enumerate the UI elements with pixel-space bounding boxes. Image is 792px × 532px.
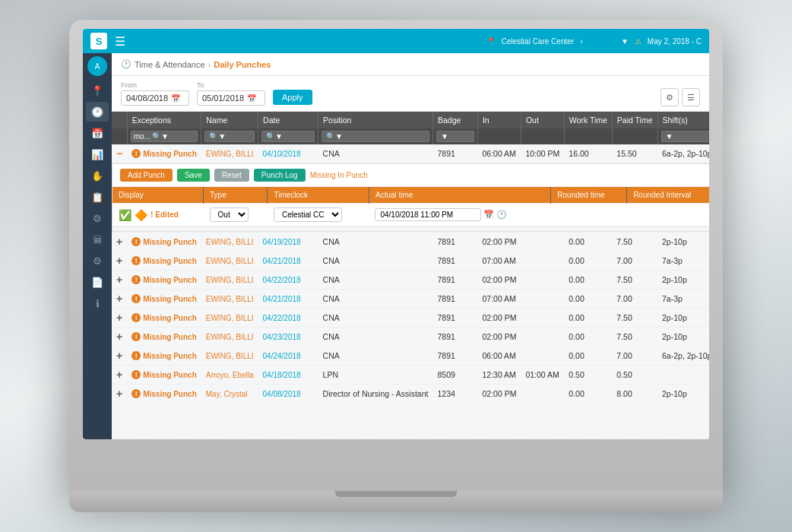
sidebar-item-location[interactable]: 📍 <box>86 81 109 100</box>
employee-name-link[interactable]: EWING, BILLI <box>206 295 254 303</box>
sidebar-item-calendar[interactable]: 📅 <box>86 123 109 143</box>
breadcrumb-parent: Time & Attendance <box>135 60 205 69</box>
calendar-picker-icon[interactable]: 📅 🕐 <box>483 210 507 219</box>
sidebar-item-info[interactable]: ℹ <box>86 293 109 313</box>
date-link[interactable]: 04/22/2018 <box>263 314 301 322</box>
exception-badge: Missing Punch <box>131 256 197 265</box>
table-settings-icons: ⚙ ☰ <box>661 88 700 106</box>
sidebar-item-gear[interactable]: ⚙ <box>86 251 109 271</box>
menu-icon[interactable]: ☰ <box>115 34 125 49</box>
employee-name-link[interactable]: EWING, BILLI <box>206 276 254 284</box>
out-cell <box>521 347 564 366</box>
date-link[interactable]: 04/21/2018 <box>263 295 301 303</box>
expand-button[interactable]: + <box>116 293 122 305</box>
employee-name-link[interactable]: EWING, BILLI <box>206 333 254 341</box>
type-select[interactable]: Out In <box>210 207 249 222</box>
expand-cell[interactable]: + <box>112 290 127 309</box>
reset-button[interactable]: Reset <box>214 169 249 182</box>
expand-button[interactable]: + <box>116 236 122 248</box>
badge-cell: 7891 <box>432 252 477 271</box>
punch-log-button[interactable]: Punch Log <box>254 169 306 182</box>
date-link[interactable]: 04/24/2018 <box>263 352 301 360</box>
exceptions-filter[interactable]: mo... 🔍▼ <box>131 131 198 142</box>
sidebar-item-settings[interactable]: ⚙ <box>86 208 109 228</box>
th-in: In <box>477 112 521 128</box>
date-link[interactable]: 04/21/2018 <box>263 257 301 265</box>
filter-to-group: To 05/01/2018 📅 <box>197 81 265 106</box>
name-filter[interactable]: 🔍▼ <box>204 131 255 142</box>
sidebar-item-bank[interactable]: 🏛 <box>86 230 109 249</box>
filter-expand-col <box>112 128 127 144</box>
employee-name-link[interactable]: May, Crystal <box>206 390 248 398</box>
employee-name-link[interactable]: EWING, BILLI <box>206 314 254 322</box>
column-settings-button[interactable]: ⚙ <box>661 88 679 106</box>
date-link[interactable]: 04/10/2018 <box>263 150 301 158</box>
paid-time-cell: 8.00 <box>612 385 657 404</box>
expand-cell[interactable]: + <box>112 252 127 271</box>
th-date: Date <box>258 112 318 128</box>
work-time-cell: 0.00 <box>564 271 612 290</box>
collapse-button[interactable]: − <box>116 147 122 160</box>
sidebar-item-hand[interactable]: ✋ <box>86 166 109 185</box>
expand-cell[interactable]: − <box>112 144 127 163</box>
expand-cell[interactable]: + <box>112 233 127 252</box>
date-link[interactable]: 04/23/2018 <box>263 333 301 341</box>
th-name: Name <box>201 112 258 128</box>
expand-button[interactable]: + <box>116 331 122 343</box>
check-icon[interactable]: ✅ <box>119 209 131 221</box>
employee-name-link[interactable]: EWING, BILLI <box>206 257 254 265</box>
date-link[interactable]: 04/08/2018 <box>263 390 301 398</box>
save-button[interactable]: Save <box>177 169 210 182</box>
exception-text: Missing Punch <box>143 333 197 341</box>
table-row: + Missing Punch May, Crystal 04/08/2018 … <box>112 385 709 404</box>
employee-name-link[interactable]: EWING, BILLI <box>206 238 254 246</box>
list-view-button[interactable]: ☰ <box>682 88 700 106</box>
expand-cell[interactable]: + <box>112 309 127 328</box>
timeclock-select[interactable]: Celestial CC <box>274 207 342 222</box>
table-row: + Missing Punch EWING, BILLI 04/22/2018 … <box>112 271 709 290</box>
table-row: + Missing Punch Arroyo, Ebella 04/18/201… <box>112 366 709 385</box>
avatar[interactable]: A <box>87 56 107 76</box>
expand-button[interactable]: + <box>116 312 122 324</box>
badge-filter[interactable]: ▼ <box>436 131 474 142</box>
expand-cell[interactable]: + <box>112 347 127 366</box>
employee-name-link[interactable]: EWING, BILLI <box>206 352 254 360</box>
expand-button[interactable]: + <box>116 274 122 286</box>
actual-time-input[interactable] <box>375 208 481 221</box>
expand-button[interactable]: + <box>116 388 122 400</box>
cancel-icon[interactable]: 🔶 <box>135 209 147 221</box>
position-filter[interactable]: 🔍▼ <box>322 131 429 142</box>
paid-time-cell: 7.00 <box>612 252 657 271</box>
sidebar-item-time[interactable]: 🕐 <box>86 102 109 122</box>
employee-name-link[interactable]: Arroyo, Ebella <box>206 371 254 379</box>
sidebar-item-doc[interactable]: 📄 <box>86 272 109 292</box>
expand-cell[interactable]: + <box>112 366 127 385</box>
date-cell: 04/10/2018 <box>258 144 318 163</box>
position-cell: CNA <box>318 144 433 163</box>
sidebar-item-chart[interactable]: 📊 <box>86 144 109 164</box>
date-link[interactable]: 04/22/2018 <box>263 276 301 284</box>
date-link[interactable]: 04/19/2018 <box>263 238 301 246</box>
expand-cell[interactable]: + <box>112 271 127 290</box>
date-link[interactable]: 04/18/2018 <box>263 371 301 379</box>
employee-name-link[interactable]: EWING, BILLI <box>206 150 254 158</box>
from-date-input[interactable]: 04/08/2018 📅 <box>121 90 189 106</box>
paid-time-cell: 0.50 <box>612 366 657 385</box>
shifts-filter[interactable]: ▼ <box>661 131 709 142</box>
expand-cell[interactable]: + <box>112 385 127 404</box>
paid-time-cell: 7.50 <box>612 233 657 252</box>
expand-button[interactable]: + <box>116 350 122 362</box>
sidebar-item-clipboard[interactable]: 📋 <box>86 187 109 207</box>
to-date-input[interactable]: 05/01/2018 📅 <box>197 90 265 106</box>
exception-text: Missing Punch <box>143 257 197 265</box>
exception-badge: Missing Punch <box>131 332 197 341</box>
expand-button[interactable]: + <box>116 369 122 381</box>
exception-text: Missing Punch <box>143 390 197 398</box>
apply-button[interactable]: Apply <box>273 90 312 105</box>
date-filter[interactable]: 🔍▼ <box>261 131 315 142</box>
th-shifts: Shift(s) <box>657 112 709 128</box>
expand-button[interactable]: + <box>116 255 122 267</box>
th-badge: Badge <box>432 112 477 128</box>
expand-cell[interactable]: + <box>112 328 127 347</box>
add-punch-button[interactable]: Add Punch <box>120 169 173 182</box>
